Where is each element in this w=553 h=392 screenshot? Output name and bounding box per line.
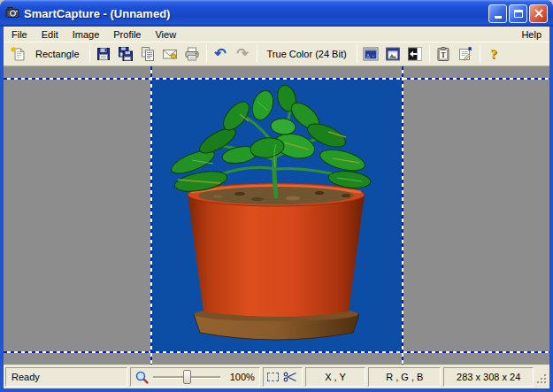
properties-icon: [457, 46, 473, 62]
title-bar[interactable]: SmartCapture - (Unnamed): [0, 0, 553, 27]
captured-image[interactable]: [151, 79, 402, 351]
menu-view[interactable]: View: [148, 28, 183, 41]
copy-icon: [140, 46, 156, 62]
window-content: File Edit Image Profile View Help Rectan…: [4, 27, 549, 388]
help-icon: ?: [490, 48, 497, 61]
selection-guide-left[interactable]: [150, 66, 152, 365]
undo-button[interactable]: ↶: [210, 44, 232, 64]
image-dimensions: 283 x 308 x 24: [443, 367, 534, 387]
selection-guide-bottom[interactable]: [4, 351, 549, 353]
print-icon: [184, 46, 200, 62]
toolbar-separator: [89, 45, 90, 63]
help-button[interactable]: ?: [483, 44, 505, 64]
window-title: SmartCapture - (Unnamed): [24, 7, 488, 20]
copy-button[interactable]: [137, 44, 159, 64]
toolbar: Rectangle: [4, 42, 549, 66]
color-depth-label[interactable]: True Color (24 Bit): [260, 49, 354, 59]
region-arrow-button[interactable]: [404, 44, 426, 64]
email-icon: [162, 46, 178, 62]
menu-bar: File Edit Image Profile View Help: [4, 27, 549, 42]
save-icon: [96, 46, 111, 62]
region-arrow-icon: [407, 46, 423, 62]
toolbar-separator: [206, 45, 207, 63]
close-icon: [534, 9, 543, 18]
menu-file[interactable]: File: [4, 28, 35, 41]
menu-image[interactable]: Image: [65, 28, 107, 41]
status-bar: Ready 100% X , Y R , G: [4, 365, 549, 388]
new-capture-button[interactable]: [6, 44, 28, 64]
svg-text:T: T: [441, 51, 446, 59]
print-button[interactable]: [181, 44, 204, 64]
zoom-panel: 100%: [130, 367, 260, 387]
clipboard-text-icon: T: [435, 46, 451, 62]
redo-button[interactable]: ↷: [232, 44, 254, 64]
zoom-slider[interactable]: [153, 376, 220, 379]
resize-grip[interactable]: [536, 373, 548, 387]
desktop-capture-button[interactable]: [360, 44, 382, 64]
menu-edit[interactable]: Edit: [35, 28, 65, 41]
new-capture-icon: [10, 46, 26, 62]
selection-guide-right[interactable]: [402, 66, 403, 365]
save-button[interactable]: [93, 44, 115, 64]
status-message: Ready: [5, 367, 127, 387]
toolbar-separator: [257, 45, 257, 63]
toolbar-separator: [357, 45, 357, 63]
minimize-icon: [495, 16, 502, 19]
email-button[interactable]: [159, 44, 181, 64]
zoom-magnifier-icon: [135, 371, 149, 384]
selection-tools-panel: [263, 367, 303, 387]
redo-icon: ↷: [236, 47, 248, 61]
close-button[interactable]: [529, 4, 548, 23]
selection-guide-top[interactable]: [4, 78, 549, 80]
minimize-button[interactable]: [488, 4, 507, 23]
menu-help[interactable]: Help: [514, 28, 549, 41]
maximize-button[interactable]: [509, 4, 527, 23]
zoom-slider-thumb[interactable]: [183, 370, 191, 384]
camera-icon: [5, 5, 19, 21]
pixel-rgb-label: R , G , B: [368, 367, 441, 387]
workspace[interactable]: [4, 66, 549, 365]
clipboard-text-button[interactable]: T: [433, 44, 455, 64]
selection-rect-icon[interactable]: [267, 373, 279, 381]
menu-profile[interactable]: Profile: [106, 28, 148, 41]
desktop-capture-icon: [363, 46, 379, 62]
capture-mode-label[interactable]: Rectangle: [28, 49, 87, 59]
image-window-button[interactable]: [382, 44, 404, 64]
maximize-icon: [514, 10, 523, 18]
toolbar-separator: [480, 45, 480, 63]
toolbar-separator: [429, 45, 430, 63]
scissors-icon[interactable]: [283, 372, 297, 382]
cursor-coords-label: X , Y: [305, 367, 366, 387]
zoom-percent: 100%: [230, 372, 255, 382]
properties-button[interactable]: [455, 44, 477, 64]
app-window: SmartCapture - (Unnamed) File Edit Image…: [0, 0, 553, 392]
save-all-button[interactable]: [115, 44, 137, 64]
undo-icon: ↶: [214, 47, 226, 61]
save-all-icon: [118, 46, 134, 62]
image-window-icon: [385, 46, 401, 62]
window-controls: [488, 4, 548, 23]
